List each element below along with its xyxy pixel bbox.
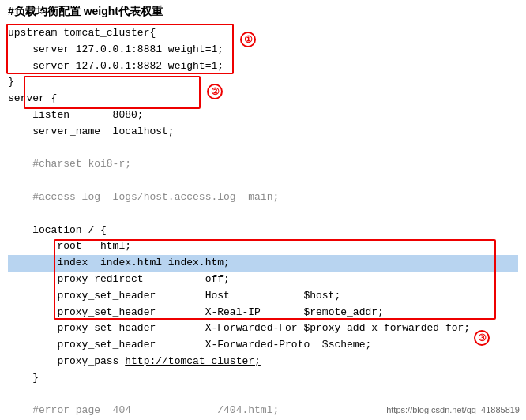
circle-1: ① — [240, 32, 256, 47]
code-line: listen 8080; — [8, 107, 518, 124]
code-line: proxy_set_header X-Forwarded-For $proxy_… — [8, 321, 518, 337]
code-line — [8, 206, 518, 223]
code-line: server_name localhost; — [8, 124, 518, 141]
title-bar: #负载均衡配置 weight代表权重 — [0, 0, 526, 22]
code-line — [8, 141, 518, 157]
code-line: #charset koi8-r; — [8, 156, 518, 173]
footer-url: https://blog.csdn.net/qq_41885819 — [386, 403, 520, 417]
code-line: proxy_pass http://tomcat_cluster; — [8, 354, 518, 370]
code-line: location / { — [8, 223, 518, 239]
code-line: } — [8, 370, 518, 387]
red-box-1 — [6, 24, 234, 74]
code-line — [8, 387, 518, 403]
code-line — [8, 173, 518, 189]
page-container: #负载均衡配置 weight代表权重 ① upstream tomcat_clu… — [0, 0, 526, 420]
code-line: proxy_set_header X-Forwarded-Proto $sche… — [8, 337, 518, 354]
circle-2: ② — [207, 84, 223, 99]
red-box-2 — [24, 76, 201, 109]
red-box-3 — [54, 239, 496, 320]
circle-3: ③ — [474, 330, 490, 346]
code-line: #access_log logs/host.access.log main; — [8, 189, 518, 206]
page-title: #负载均衡配置 weight代表权重 — [8, 5, 163, 17]
code-area: ① upstream tomcat_cluster{ server 127.0.… — [0, 22, 526, 420]
